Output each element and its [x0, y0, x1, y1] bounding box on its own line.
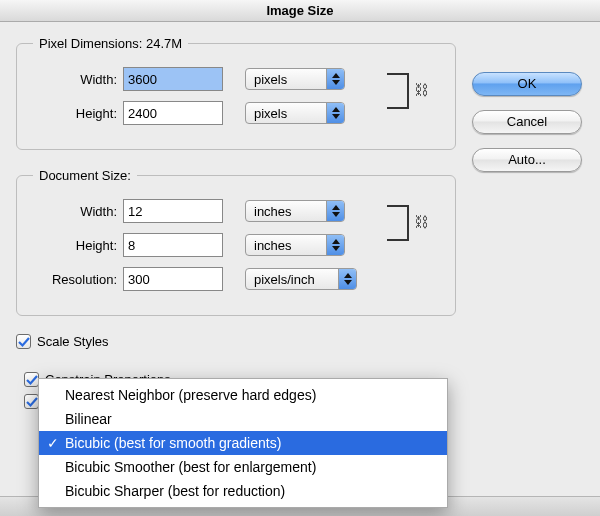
checkbox-icon [24, 372, 39, 387]
stepper-icon [326, 103, 344, 123]
chain-icon: ⛓ [414, 213, 429, 230]
ds-width-unit-label: inches [254, 204, 292, 219]
ok-button[interactable]: OK [472, 72, 582, 96]
resample-checkbox[interactable] [24, 394, 39, 411]
pd-width-unit-select[interactable]: pixels [245, 68, 345, 90]
checkbox-icon [16, 334, 31, 349]
dialog-title: Image Size [0, 0, 600, 22]
ds-resolution-label: Resolution: [33, 272, 123, 287]
resample-method-menu: Nearest Neighbor (preserve hard edges)Bi… [38, 378, 448, 508]
resample-menu-item[interactable]: Bicubic Sharper (best for reduction) [39, 479, 447, 503]
document-size-legend: Document Size: [33, 168, 137, 183]
resample-menu-item[interactable]: Bilinear [39, 407, 447, 431]
chain-icon: ⛓ [414, 81, 429, 98]
ds-height-unit-select[interactable]: inches [245, 234, 345, 256]
stepper-icon [326, 69, 344, 89]
checkbox-icon [24, 394, 39, 409]
pd-height-label: Height: [33, 106, 123, 121]
stepper-icon [326, 201, 344, 221]
pd-width-unit-label: pixels [254, 72, 287, 87]
link-bracket-icon [387, 73, 409, 109]
ds-resolution-input[interactable] [123, 267, 223, 291]
scale-styles-label: Scale Styles [37, 334, 109, 349]
stepper-icon [338, 269, 356, 289]
pd-width-input[interactable] [123, 67, 223, 91]
link-bracket-icon [387, 205, 409, 241]
auto-button[interactable]: Auto... [472, 148, 582, 172]
ds-resolution-unit-select[interactable]: pixels/inch [245, 268, 357, 290]
pd-width-label: Width: [33, 72, 123, 87]
cancel-button[interactable]: Cancel [472, 110, 582, 134]
resample-menu-item[interactable]: Nearest Neighbor (preserve hard edges) [39, 383, 447, 407]
ds-height-unit-label: inches [254, 238, 292, 253]
stepper-icon [326, 235, 344, 255]
ds-height-input[interactable] [123, 233, 223, 257]
pd-height-unit-select[interactable]: pixels [245, 102, 345, 124]
ds-width-input[interactable] [123, 199, 223, 223]
ds-width-unit-select[interactable]: inches [245, 200, 345, 222]
resample-menu-item[interactable]: Bicubic Smoother (best for enlargement) [39, 455, 447, 479]
ds-resolution-unit-label: pixels/inch [254, 272, 315, 287]
pixel-dimensions-legend: Pixel Dimensions: 24.7M [33, 36, 188, 51]
ds-height-label: Height: [33, 238, 123, 253]
scale-styles-checkbox[interactable]: Scale Styles [16, 334, 456, 349]
ds-width-label: Width: [33, 204, 123, 219]
resample-menu-item[interactable]: Bicubic (best for smooth gradients) [39, 431, 447, 455]
pd-height-input[interactable] [123, 101, 223, 125]
pd-height-unit-label: pixels [254, 106, 287, 121]
pixel-dimensions-group: Pixel Dimensions: 24.7M Width: pixels He… [16, 36, 456, 150]
document-size-group: Document Size: Width: inches Height: inc… [16, 168, 456, 316]
